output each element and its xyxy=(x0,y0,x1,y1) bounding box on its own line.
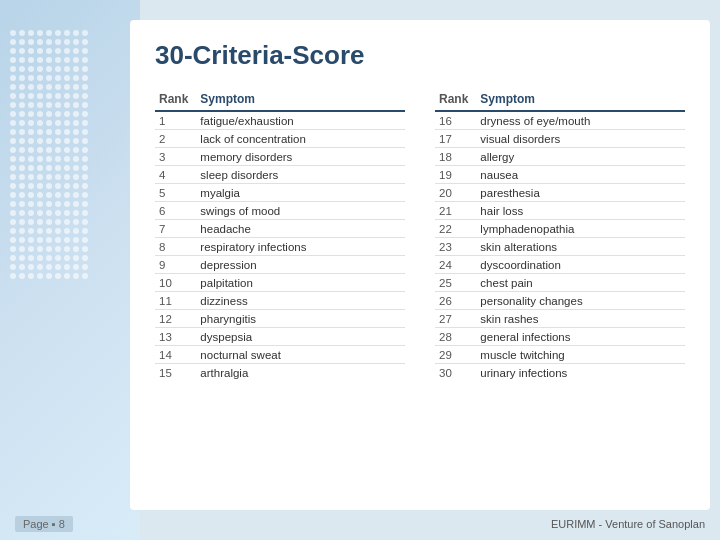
symptom-cell: lack of concentration xyxy=(196,130,405,148)
table-row: 13dyspepsia xyxy=(155,328,405,346)
table-row: 6swings of mood xyxy=(155,202,405,220)
tables-container: Rank Symptom 1fatigue/exhaustion2lack of… xyxy=(155,89,685,381)
symptom-cell: lymphadenopathia xyxy=(476,220,685,238)
table-row: 18allergy xyxy=(435,148,685,166)
rank-cell: 26 xyxy=(435,292,476,310)
symptom-cell: arthralgia xyxy=(196,364,405,382)
symptom-cell: sleep disorders xyxy=(196,166,405,184)
left-table: Rank Symptom 1fatigue/exhaustion2lack of… xyxy=(155,89,405,381)
rank-cell: 29 xyxy=(435,346,476,364)
symptom-cell: skin rashes xyxy=(476,310,685,328)
rank-cell: 10 xyxy=(155,274,196,292)
right-table: Rank Symptom 16dryness of eye/mouth17vis… xyxy=(435,89,685,381)
symptom-cell: swings of mood xyxy=(196,202,405,220)
rank-cell: 20 xyxy=(435,184,476,202)
table-row: 22lymphadenopathia xyxy=(435,220,685,238)
symptom-cell: depression xyxy=(196,256,405,274)
table-row: 1fatigue/exhaustion xyxy=(155,111,405,130)
symptom-cell: nocturnal sweat xyxy=(196,346,405,364)
footer-text: EURIMM - Venture of Sanoplan xyxy=(551,518,705,530)
table-row: 3memory disorders xyxy=(155,148,405,166)
rank-cell: 16 xyxy=(435,111,476,130)
rank-cell: 13 xyxy=(155,328,196,346)
table-row: 7headache xyxy=(155,220,405,238)
decorative-circles xyxy=(10,30,88,282)
rank-cell: 9 xyxy=(155,256,196,274)
rank-cell: 8 xyxy=(155,238,196,256)
table-row: 2lack of concentration xyxy=(155,130,405,148)
symptom-cell: paresthesia xyxy=(476,184,685,202)
table-row: 9depression xyxy=(155,256,405,274)
rank-cell: 30 xyxy=(435,364,476,382)
rank-cell: 22 xyxy=(435,220,476,238)
table-row: 28general infections xyxy=(435,328,685,346)
table-row: 29muscle twitching xyxy=(435,346,685,364)
rank-cell: 18 xyxy=(435,148,476,166)
symptom-cell: skin alterations xyxy=(476,238,685,256)
rank-cell: 27 xyxy=(435,310,476,328)
symptom-cell: pharyngitis xyxy=(196,310,405,328)
rank-cell: 7 xyxy=(155,220,196,238)
symptom-cell: chest pain xyxy=(476,274,685,292)
rank-cell: 15 xyxy=(155,364,196,382)
right-rank-header: Rank xyxy=(435,89,476,111)
rank-cell: 1 xyxy=(155,111,196,130)
rank-cell: 3 xyxy=(155,148,196,166)
symptom-cell: dizziness xyxy=(196,292,405,310)
main-content: 30-Criteria-Score Rank Symptom 1fatigue/… xyxy=(130,20,710,510)
rank-cell: 24 xyxy=(435,256,476,274)
symptom-cell: general infections xyxy=(476,328,685,346)
table-row: 26personality changes xyxy=(435,292,685,310)
rank-cell: 6 xyxy=(155,202,196,220)
table-row: 16dryness of eye/mouth xyxy=(435,111,685,130)
table-row: 11dizziness xyxy=(155,292,405,310)
rank-cell: 21 xyxy=(435,202,476,220)
symptom-cell: muscle twitching xyxy=(476,346,685,364)
rank-cell: 5 xyxy=(155,184,196,202)
table-row: 5myalgia xyxy=(155,184,405,202)
table-row: 19nausea xyxy=(435,166,685,184)
rank-cell: 2 xyxy=(155,130,196,148)
table-row: 25chest pain xyxy=(435,274,685,292)
symptom-cell: memory disorders xyxy=(196,148,405,166)
table-row: 4sleep disorders xyxy=(155,166,405,184)
table-row: 15arthralgia xyxy=(155,364,405,382)
symptom-cell: dyscoordination xyxy=(476,256,685,274)
table-row: 21hair loss xyxy=(435,202,685,220)
table-row: 27skin rashes xyxy=(435,310,685,328)
symptom-cell: myalgia xyxy=(196,184,405,202)
symptom-cell: visual disorders xyxy=(476,130,685,148)
table-row: 10palpitation xyxy=(155,274,405,292)
symptom-cell: nausea xyxy=(476,166,685,184)
rank-cell: 12 xyxy=(155,310,196,328)
symptom-cell: palpitation xyxy=(196,274,405,292)
symptom-cell: respiratory infections xyxy=(196,238,405,256)
footer: Page ▪ 8 EURIMM - Venture of Sanoplan xyxy=(0,516,720,532)
table-row: 14nocturnal sweat xyxy=(155,346,405,364)
table-row: 24dyscoordination xyxy=(435,256,685,274)
table-row: 20paresthesia xyxy=(435,184,685,202)
left-rank-header: Rank xyxy=(155,89,196,111)
rank-cell: 19 xyxy=(435,166,476,184)
rank-cell: 23 xyxy=(435,238,476,256)
symptom-cell: personality changes xyxy=(476,292,685,310)
right-symptom-header: Symptom xyxy=(476,89,685,111)
symptom-cell: hair loss xyxy=(476,202,685,220)
symptom-cell: fatigue/exhaustion xyxy=(196,111,405,130)
symptom-cell: dryness of eye/mouth xyxy=(476,111,685,130)
table-row: 8respiratory infections xyxy=(155,238,405,256)
rank-cell: 25 xyxy=(435,274,476,292)
symptom-cell: allergy xyxy=(476,148,685,166)
rank-cell: 28 xyxy=(435,328,476,346)
page-title: 30-Criteria-Score xyxy=(155,40,685,71)
rank-cell: 17 xyxy=(435,130,476,148)
table-row: 30urinary infections xyxy=(435,364,685,382)
rank-cell: 4 xyxy=(155,166,196,184)
page-number: Page ▪ 8 xyxy=(15,516,73,532)
table-row: 23skin alterations xyxy=(435,238,685,256)
left-symptom-header: Symptom xyxy=(196,89,405,111)
table-row: 17visual disorders xyxy=(435,130,685,148)
rank-cell: 14 xyxy=(155,346,196,364)
symptom-cell: dyspepsia xyxy=(196,328,405,346)
table-row: 12pharyngitis xyxy=(155,310,405,328)
